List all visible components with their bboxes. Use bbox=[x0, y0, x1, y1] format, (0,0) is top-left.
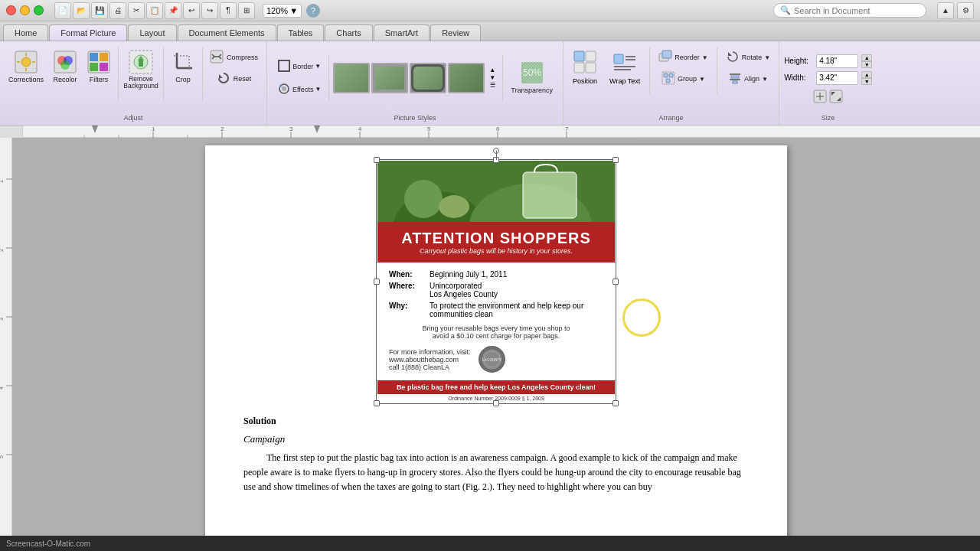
arrange-section-label: Arrange bbox=[568, 114, 774, 122]
effects-icon bbox=[277, 82, 291, 97]
redo-icon[interactable]: ↪ bbox=[201, 2, 218, 19]
undo-icon[interactable]: ↩ bbox=[183, 2, 200, 19]
reset-button[interactable]: Reset bbox=[206, 69, 262, 89]
print-icon[interactable]: 🖨 bbox=[109, 2, 126, 19]
group-button[interactable]: Group ▼ bbox=[655, 69, 711, 89]
size-inputs: Height: ▲ ▼ Width: ▲ ▼ bbox=[784, 44, 872, 114]
height-input[interactable] bbox=[816, 54, 858, 68]
search-box[interactable]: 🔍 bbox=[773, 3, 926, 18]
rotate-dropdown[interactable]: ▼ bbox=[764, 54, 770, 61]
maximize-button[interactable] bbox=[34, 5, 44, 15]
zoom-dropdown-icon[interactable]: ▼ bbox=[289, 6, 298, 15]
recolor-icon bbox=[53, 50, 77, 74]
picture-style-1[interactable] bbox=[333, 63, 370, 93]
wrap-text-button[interactable]: Wrap Text bbox=[605, 47, 645, 88]
wrap-text-label: Wrap Text bbox=[609, 77, 640, 86]
copy-icon[interactable]: 📋 bbox=[146, 2, 163, 19]
align-dropdown[interactable]: ▼ bbox=[762, 76, 768, 83]
view-icon[interactable]: ⊞ bbox=[238, 2, 255, 19]
width-up[interactable]: ▲ bbox=[861, 71, 872, 78]
tab-home[interactable]: Home bbox=[3, 24, 48, 41]
svg-rect-39 bbox=[574, 51, 584, 61]
help-button[interactable]: ? bbox=[306, 4, 320, 18]
ribbon-arrange-section: Position Wrap Text bbox=[564, 41, 779, 125]
border-icon bbox=[277, 59, 291, 74]
effects-dropdown[interactable]: ▼ bbox=[315, 86, 321, 93]
zoom-control[interactable]: 120% ▼ bbox=[263, 4, 302, 18]
width-input[interactable] bbox=[816, 71, 858, 85]
filters-label: Filters bbox=[90, 76, 109, 84]
svg-rect-49 bbox=[662, 51, 671, 58]
compress-label: Compress bbox=[227, 54, 258, 61]
minimize-button[interactable] bbox=[20, 5, 30, 15]
image-container[interactable]: ATTENTION SHOPPERS Carryout plastic bags… bbox=[377, 161, 615, 403]
width-down[interactable]: ▼ bbox=[861, 78, 872, 85]
toolbar-icons: 📄 📂 💾 🖨 ✂ 📋 📌 ↩ ↪ ¶ ⊞ bbox=[54, 2, 255, 19]
border-dropdown[interactable]: ▼ bbox=[315, 63, 321, 70]
position-button[interactable]: Position bbox=[568, 47, 602, 88]
tab-charts[interactable]: Charts bbox=[325, 24, 372, 41]
crop-button[interactable]: Crop bbox=[167, 47, 199, 86]
remove-background-button[interactable]: RemoveBackground bbox=[122, 47, 160, 93]
corrections-button[interactable]: Corrections bbox=[5, 47, 47, 86]
height-up[interactable]: ▲ bbox=[861, 54, 872, 61]
save-icon[interactable]: 💾 bbox=[91, 2, 108, 19]
tab-document-elements[interactable]: Document Elements bbox=[178, 24, 276, 41]
separator-ps bbox=[328, 55, 329, 101]
reorder-button[interactable]: Reorder ▼ bbox=[655, 47, 711, 67]
campaign-heading: Campaign bbox=[243, 432, 749, 448]
new-doc-icon[interactable]: 📄 bbox=[54, 2, 71, 19]
width-spinner[interactable]: ▲ ▼ bbox=[861, 71, 872, 85]
collapse-ribbon-icon[interactable]: ▲ bbox=[937, 2, 954, 19]
height-spinner[interactable]: ▲ ▼ bbox=[861, 54, 872, 68]
size-expand-icon[interactable] bbox=[813, 90, 827, 105]
size-shrink-icon[interactable] bbox=[829, 90, 843, 105]
transparency-button[interactable]: 50% Transparency bbox=[507, 58, 557, 97]
rotate-button[interactable]: Rotate ▼ bbox=[722, 47, 774, 67]
effects-button[interactable]: Effects ▼ bbox=[273, 80, 325, 99]
when-label: When: bbox=[389, 270, 423, 279]
handle-rotation[interactable] bbox=[493, 148, 499, 154]
flyer-title: ATTENTION SHOPPERS bbox=[389, 230, 603, 247]
open-icon[interactable]: 📂 bbox=[73, 2, 90, 19]
document-area: 1 2 3 4 5 bbox=[0, 138, 980, 551]
picture-styles-more[interactable]: ▲ ▼ ☰ bbox=[486, 63, 498, 93]
svg-rect-13 bbox=[90, 63, 98, 71]
ribbon-adjust-section: Corrections Recolor bbox=[0, 41, 267, 125]
height-down[interactable]: ▼ bbox=[861, 61, 872, 68]
compress-button[interactable]: Compress bbox=[206, 47, 262, 67]
svg-text:4: 4 bbox=[0, 386, 4, 390]
recolor-button[interactable]: Recolor bbox=[49, 47, 81, 86]
document-scroll-area[interactable]: ATTENTION SHOPPERS Carryout plastic bags… bbox=[12, 138, 980, 551]
group-dropdown[interactable]: ▼ bbox=[699, 76, 705, 83]
flyer-body: When: Beginning July 1, 2011 Where: Unin… bbox=[377, 262, 615, 380]
border-button[interactable]: Border ▼ bbox=[273, 57, 325, 77]
separator-arr2 bbox=[717, 47, 717, 93]
cut-icon[interactable]: ✂ bbox=[128, 2, 145, 19]
bottom-bar: Screencast-O-Matic.com bbox=[0, 536, 980, 551]
svg-text:2: 2 bbox=[220, 126, 224, 132]
where-value: UnincorporatedLos Angeles County bbox=[430, 282, 498, 298]
reorder-icon bbox=[658, 50, 672, 65]
tab-tables[interactable]: Tables bbox=[277, 24, 325, 41]
reorder-dropdown[interactable]: ▼ bbox=[702, 54, 708, 61]
align-button[interactable]: Align ▼ bbox=[722, 69, 774, 89]
tab-smartart[interactable]: SmartArt bbox=[374, 24, 430, 41]
picture-style-3[interactable] bbox=[410, 63, 446, 93]
search-input[interactable] bbox=[794, 6, 916, 15]
paragraph-mark-icon[interactable]: ¶ bbox=[220, 2, 237, 19]
ribbon-size-section: Height: ▲ ▼ Width: ▲ ▼ bbox=[779, 41, 877, 125]
paste-icon[interactable]: 📌 bbox=[165, 2, 181, 19]
flyer-top-image bbox=[377, 161, 615, 222]
tab-format-picture[interactable]: Format Picture bbox=[49, 24, 127, 41]
preferences-icon[interactable]: ⚙ bbox=[957, 2, 974, 19]
tab-layout[interactable]: Layout bbox=[128, 24, 176, 41]
tab-review[interactable]: Review bbox=[430, 24, 481, 41]
filters-button[interactable]: Filters bbox=[83, 47, 115, 86]
close-button[interactable] bbox=[6, 5, 16, 15]
separator-ps2 bbox=[502, 55, 503, 101]
picture-style-4[interactable] bbox=[448, 63, 485, 93]
border-label: Border bbox=[292, 63, 313, 70]
picture-style-2[interactable] bbox=[371, 63, 408, 93]
svg-text:3: 3 bbox=[0, 318, 4, 321]
